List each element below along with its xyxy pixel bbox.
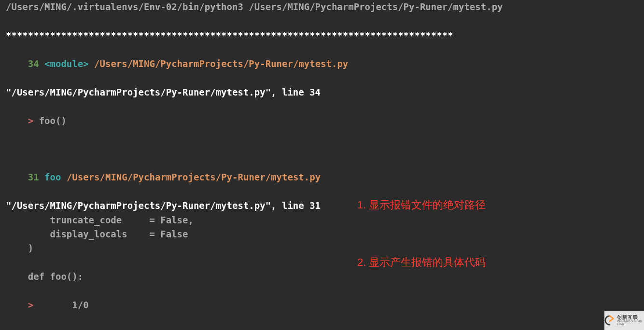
frame-1-location: "/Users/MING/PycharmProjects/Py-Runer/my… [6,85,638,99]
watermark: 创新互联 CHUANG XIN HU LIAN [604,311,644,330]
frame-1-code-text: foo() [33,115,67,126]
command-line: /Users/MING/.virtualenvs/Env-02/bin/pyth… [6,0,638,14]
separator-line: ****************************************… [6,28,638,42]
blank-line [6,142,638,156]
frame-1-path: /Users/MING/PycharmProjects/Py-Runer/myt… [94,58,348,69]
frame-2-name: foo [44,172,61,182]
frame-2-path: /Users/MING/PycharmProjects/Py-Runer/myt… [67,172,321,182]
frame-marker-icon: > [28,115,33,126]
blank-line [6,327,638,330]
frame-2-code-5-text: 1/0 [33,300,88,310]
frame-1-code: > foo() [6,99,638,142]
frame-2-header: 31 foo /Users/MING/PycharmProjects/Py-Ru… [6,156,638,199]
console-output: /Users/MING/.virtualenvs/Env-02/bin/pyth… [6,0,638,330]
frame-1-name: <module> [44,58,89,69]
watermark-text-cn: 创新互联 [617,315,644,320]
frame-2-code-5: > 1/0 [6,284,638,327]
blank-line [6,14,638,28]
frame-1-header: 34 <module> /Users/MING/PycharmProjects/… [6,42,638,85]
annotation-2: 2. 显示产生报错的具体代码 [357,253,486,272]
frame-2-lineno: 31 [28,172,39,182]
annotation-overlay: 1. 显示报错文件的绝对路径 2. 显示产生报错的具体代码 [357,157,486,291]
frame-1-lineno: 34 [28,58,39,69]
frame-marker-icon: > [28,300,33,310]
blank-line [6,256,638,270]
frame-2-code-1: truncate_code = False, [6,213,638,227]
frame-2-location: "/Users/MING/PycharmProjects/Py-Runer/my… [6,199,638,213]
frame-2-code-3: ) [6,241,638,255]
frame-2-code-2: display_locals = False [6,227,638,241]
watermark-logo-icon [604,315,615,326]
watermark-text-en: CHUANG XIN HU LIAN [617,320,644,326]
frame-2-code-4: def foo(): [6,270,638,284]
annotation-1: 1. 显示报错文件的绝对路径 [357,195,486,215]
